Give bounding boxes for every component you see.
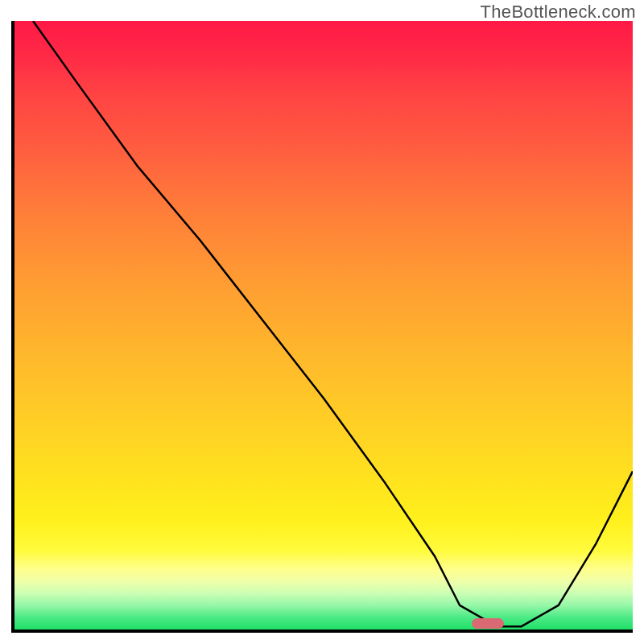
- plot-area: [11, 21, 633, 633]
- watermark-text: TheBottleneck.com: [481, 2, 636, 23]
- curve-svg: [14, 21, 633, 630]
- chart-container: TheBottleneck.com: [0, 0, 644, 644]
- bottleneck-curve: [33, 21, 633, 626]
- optimum-marker: [472, 618, 504, 629]
